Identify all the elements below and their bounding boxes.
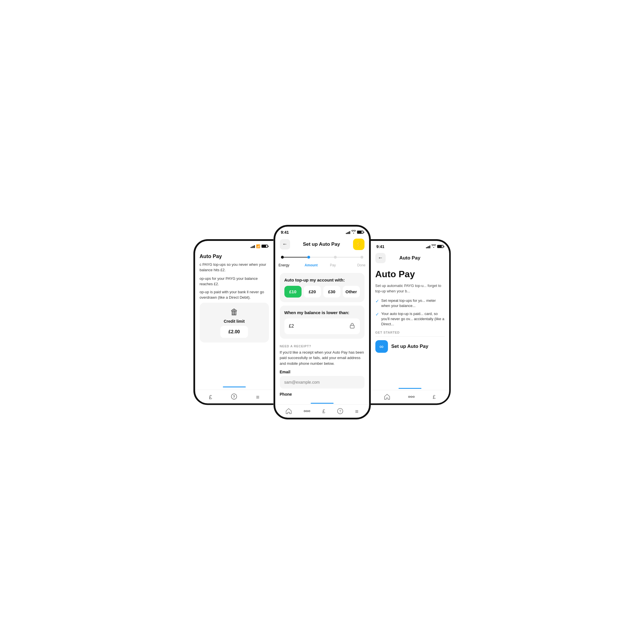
status-time-center: 9:41	[281, 230, 289, 235]
wifi-icon-right	[431, 244, 436, 249]
bottom-nav-billing[interactable]: £	[320, 407, 328, 416]
home-icon-right	[384, 394, 390, 401]
status-bar-center: 9:41	[275, 227, 369, 236]
step-dot-done	[360, 256, 363, 259]
bottom-nav-pound[interactable]: £	[207, 393, 214, 402]
bottom-nav-home[interactable]	[283, 407, 294, 417]
amount-card-title: Auto top-up my account with:	[284, 278, 360, 282]
back-button-right[interactable]: ←	[375, 253, 386, 263]
status-bar-left: 📶	[195, 241, 274, 250]
nav-title-right: Auto Pay	[399, 255, 421, 261]
phone-left: 📶 Auto Pay c PAYG top-ups so you never w…	[193, 239, 274, 405]
phone-center: 9:41	[274, 225, 371, 419]
amount-10-button[interactable]: £10	[284, 286, 302, 298]
status-time-right: 9:41	[377, 244, 385, 249]
check-item-1: ✓ Set repeat top-ups for yo... meter whe…	[375, 298, 445, 308]
bottom-nav-help[interactable]: ?	[229, 392, 239, 402]
bottom-nav-left: £ ? ≡	[195, 390, 274, 403]
bottom-nav-help-center[interactable]: ?	[335, 407, 346, 417]
balance-value: £2	[289, 324, 294, 329]
step-dot-pay	[334, 256, 337, 259]
step-label-amount: Amount	[300, 263, 322, 267]
step-line-1	[284, 257, 308, 257]
left-desc1: c PAYG top-ups so you never when your ba…	[200, 262, 269, 273]
status-icons-right	[426, 244, 443, 249]
check-text-1: Set repeat top-ups for yo... meter when …	[381, 298, 445, 308]
phone-right: 9:41	[371, 239, 451, 405]
back-button-center[interactable]: ←	[280, 239, 290, 249]
svg-rect-2	[350, 325, 354, 328]
bottom-nav-activity[interactable]	[301, 408, 313, 416]
svg-point-11	[411, 396, 412, 397]
amount-20-button[interactable]: £20	[304, 286, 321, 298]
credit-value: £2.00	[220, 326, 248, 338]
menu-icon-center: ≡	[355, 408, 358, 415]
screenshot-container: 📶 Auto Pay c PAYG top-ups so you never w…	[165, 225, 479, 419]
action-button-center[interactable]: ⚡	[353, 239, 364, 250]
lightning-icon: ⚡	[355, 241, 362, 248]
right-heading: Auto Pay	[375, 269, 445, 280]
bottom-nav-menu[interactable]: ≡	[254, 393, 262, 402]
phone-label: Phone	[280, 392, 364, 397]
balance-card: When my balance is lower than: £2	[280, 306, 364, 339]
receipt-label: NEED A RECEIPT?	[280, 344, 364, 348]
svg-point-12	[413, 396, 415, 397]
billing-icon: £	[322, 409, 325, 415]
left-desc3: op-up is paid with your bank ll never go…	[200, 289, 269, 300]
credit-limit-label: Credit limit	[224, 319, 245, 324]
left-desc2: op-ups for your PAYG your balance reache…	[200, 276, 269, 287]
menu-icon: ≡	[256, 394, 259, 401]
receipt-section: NEED A RECEIPT? If you'd like a receipt …	[280, 342, 364, 401]
step-dot-energy	[281, 256, 284, 259]
balance-card-title: When my balance is lower than:	[284, 310, 360, 315]
step-label-pay: Pay	[322, 263, 344, 267]
bottom-nav-home-right[interactable]	[382, 393, 393, 402]
email-input[interactable]	[280, 376, 364, 389]
steps-labels: Energy Amount Pay Done	[275, 262, 369, 271]
signal-icon	[251, 245, 255, 248]
amount-30-button[interactable]: £30	[323, 286, 340, 298]
left-content: Auto Pay c PAYG top-ups so you never whe…	[195, 250, 274, 346]
trash-icon: 🗑	[230, 307, 238, 317]
battery-icon	[261, 245, 268, 248]
amount-options: £10 £20 £30 Other	[284, 286, 360, 298]
step-label-energy: Energy	[279, 263, 300, 267]
nav-header-right: ← Auto Pay	[371, 251, 449, 265]
svg-text:?: ?	[233, 395, 235, 399]
wifi-icon: 📶	[256, 244, 260, 248]
svg-point-10	[409, 396, 410, 397]
bottom-nav-billing-right[interactable]: £	[430, 393, 438, 401]
battery-icon-right	[437, 245, 443, 248]
bottom-nav-right: £	[371, 390, 449, 403]
back-arrow-center: ←	[282, 241, 288, 247]
pound-icon: £	[209, 394, 212, 401]
billing-icon-right: £	[433, 394, 435, 400]
lock-icon	[349, 322, 355, 330]
svg-text:?: ?	[339, 409, 341, 413]
check-icon-1: ✓	[375, 298, 379, 304]
balance-field: £2	[284, 318, 360, 334]
activity-icon	[304, 409, 310, 415]
amount-card: Auto top-up my account with: £10 £20 £30…	[280, 273, 364, 302]
step-label-done: Done	[344, 263, 366, 267]
status-icons-center	[346, 230, 363, 234]
help-icon: ?	[231, 393, 237, 401]
step-line-2	[310, 257, 334, 257]
status-icons-left: 📶	[251, 244, 268, 248]
bottom-nav-activity-right[interactable]	[406, 393, 417, 401]
step-dot-amount	[307, 256, 310, 259]
get-started-label: GET STARTED	[375, 331, 445, 334]
amount-other-button[interactable]: Other	[343, 286, 360, 298]
setup-autopay-button[interactable]: ∞ Set up Auto Pay	[375, 340, 445, 353]
bottom-nav-menu-center[interactable]: ≡	[353, 407, 361, 416]
svg-point-5	[309, 410, 310, 412]
right-desc: Set up automatic PAYG top-u... forget to…	[375, 283, 445, 294]
back-arrow-right: ←	[378, 255, 383, 261]
home-icon	[286, 408, 292, 415]
step-line-3	[337, 257, 360, 257]
svg-point-3	[304, 410, 306, 412]
status-bar-right: 9:41	[371, 241, 449, 251]
credit-card: 🗑 Credit limit £2.00	[200, 303, 269, 342]
autopay-icon: ∞	[375, 340, 388, 353]
receipt-desc: If you'd like a receipt when your Auto P…	[280, 350, 364, 366]
